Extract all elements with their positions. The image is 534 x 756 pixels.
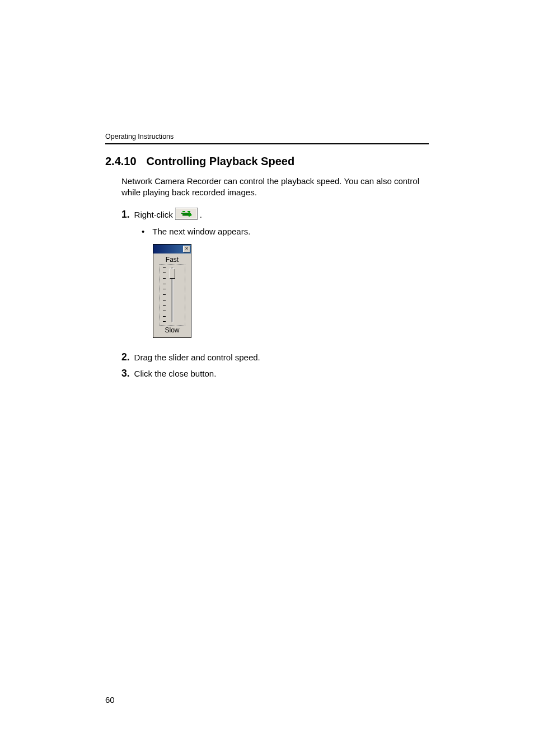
slider-body: Fast Slow xyxy=(153,253,191,337)
step-text: Drag the slider and control speed. xyxy=(134,353,260,362)
step-text: Click the close button. xyxy=(134,369,217,378)
step-3: 3. Click the close button. xyxy=(121,368,429,379)
slider-frame xyxy=(159,264,185,326)
play-control-icon[interactable] xyxy=(175,208,198,222)
intro-paragraph: Network Camera Recorder can control the … xyxy=(121,176,429,199)
running-header: Operating Instructions xyxy=(105,133,429,140)
step-number: 2. xyxy=(121,351,130,363)
step-text-pre: Right-click xyxy=(134,210,173,219)
fast-label: Fast xyxy=(157,256,188,264)
step-1: 1. Right-click . xyxy=(121,208,429,222)
header-divider xyxy=(105,143,429,144)
bullet-text: The next window appears. xyxy=(152,227,250,236)
slow-label: Slow xyxy=(157,326,188,334)
step-2: 2. Drag the slider and control speed. xyxy=(121,351,429,363)
section-title: Controlling Playback Speed xyxy=(147,155,295,167)
window-titlebar[interactable]: × xyxy=(153,245,191,253)
step-1-sub-bullet: •The next window appears. xyxy=(142,227,429,236)
tick-marks xyxy=(163,267,166,322)
bullet-dot: • xyxy=(142,227,144,236)
slider-track[interactable] xyxy=(162,266,182,323)
section-number: 2.4.10 xyxy=(105,155,137,167)
section-heading: 2.4.10Controlling Playback Speed xyxy=(105,155,429,168)
page-number: 60 xyxy=(105,695,115,705)
slider-thumb[interactable] xyxy=(170,269,175,279)
close-icon[interactable]: × xyxy=(183,246,190,252)
speed-slider-window: × Fast Slow xyxy=(153,244,191,338)
step-number: 1. xyxy=(121,209,130,220)
document-page: Operating Instructions 2.4.10Controlling… xyxy=(0,0,534,379)
step-number: 3. xyxy=(121,368,130,379)
step-text-post: . xyxy=(200,210,202,219)
